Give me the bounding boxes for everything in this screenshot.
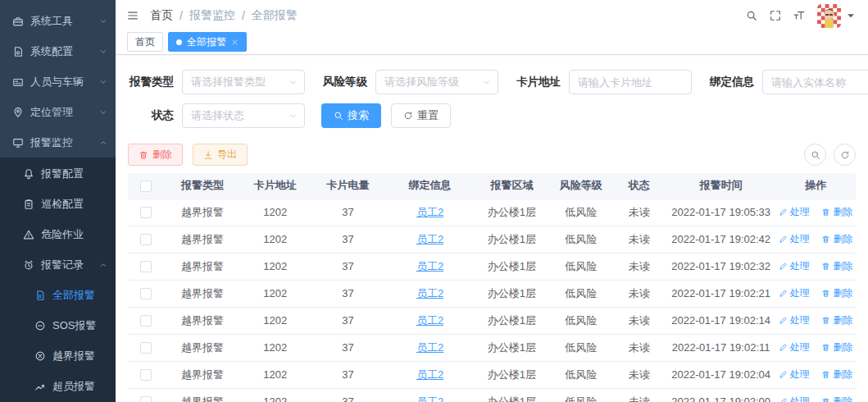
status-cell: 未读	[611, 199, 666, 226]
row-delete-link[interactable]: 删除	[821, 368, 852, 381]
tab-bar: 首页 全部报警	[116, 31, 868, 55]
row-delete-link[interactable]: 删除	[821, 286, 852, 300]
binding-cell: 员工2	[386, 280, 474, 307]
area-cell: 办公楼1层	[474, 388, 550, 402]
table-search-button[interactable]	[804, 144, 826, 166]
edit-icon	[779, 397, 788, 402]
hamburger-icon[interactable]	[127, 10, 139, 21]
battery-cell: 37	[310, 334, 386, 361]
handle-link[interactable]: 处理	[779, 395, 810, 402]
handle-link-label: 处理	[790, 368, 810, 381]
filter-form: 报警类型 请选择报警类型 风险等级 请选择风险等级 卡片地址	[128, 55, 856, 137]
sidebar-item-people-vehicles[interactable]: 人员与车辆	[0, 67, 116, 98]
battery-cell: 37	[310, 388, 386, 402]
binding-link[interactable]: 员工2	[416, 233, 443, 245]
time-cell: 2022-01-17 19:02:11	[666, 334, 775, 361]
search-icon	[811, 150, 820, 160]
sidebar-item-alarm-config[interactable]: 报警配置	[0, 159, 116, 190]
row-checkbox[interactable]	[140, 342, 152, 354]
delete-link-label: 删除	[833, 259, 852, 273]
sidebar-item-all-alarms[interactable]: 全部报警	[0, 281, 116, 311]
search-icon[interactable]	[746, 10, 757, 21]
fullscreen-icon[interactable]	[770, 10, 781, 21]
filter-status: 状态 请选择状态	[128, 103, 305, 128]
col-time: 报警时间	[666, 173, 775, 199]
row-checkbox[interactable]	[140, 315, 152, 327]
select-placeholder: 请选择报警类型	[191, 75, 266, 89]
sidebar-item-location-mgmt[interactable]: 定位管理	[0, 97, 116, 127]
tab-all-alarms[interactable]: 全部报警	[168, 32, 247, 52]
table-row: 越界报警 1202 37 员工2 办公楼1层 低风险 未读 2022-01-17…	[128, 361, 856, 388]
select-all-checkbox[interactable]	[140, 180, 152, 192]
user-menu[interactable]	[817, 4, 857, 28]
row-checkbox[interactable]	[140, 207, 152, 218]
time-cell: 2022-01-17 19:02:21	[666, 280, 775, 307]
sidebar-item-inspection-config[interactable]: 巡检配置	[0, 190, 116, 220]
breadcrumb-home[interactable]: 首页	[150, 8, 173, 23]
edit-icon	[779, 262, 788, 271]
status-cell: 未读	[611, 226, 666, 253]
sidebar-item-boundary-alarms[interactable]: 越界报警	[0, 341, 116, 372]
binding-link[interactable]: 员工2	[416, 368, 443, 381]
export-button[interactable]: 导出	[193, 144, 248, 166]
sidebar-item-danger-work[interactable]: 危险作业	[0, 220, 116, 250]
row-checkbox[interactable]	[140, 396, 152, 402]
tab-label: 全部报警	[187, 35, 226, 49]
row-delete-link[interactable]: 删除	[821, 395, 852, 402]
risk-cell: 低风险	[550, 199, 611, 226]
alarm-type-cell: 越界报警	[164, 334, 240, 361]
operation-cell: 处理 删除	[775, 199, 856, 226]
sidebar-item-alarm-records[interactable]: 报警记录	[0, 250, 116, 281]
alarm-table: 报警类型 卡片地址 卡片电量 绑定信息 报警区域 风险等级 状态 报警时间 操作…	[128, 173, 856, 402]
risk-level-select[interactable]: 请选择风险等级	[375, 70, 498, 94]
operation-cell: 处理 删除	[775, 280, 856, 307]
search-button[interactable]: 搜索	[321, 103, 381, 128]
handle-link[interactable]: 处理	[779, 286, 810, 300]
table-row: 越界报警 1202 37 员工2 办公楼1层 低风险 未读 2022-01-17…	[128, 334, 856, 361]
alarm-type-select[interactable]: 请选择报警类型	[182, 70, 305, 94]
row-checkbox[interactable]	[140, 369, 152, 381]
row-delete-link[interactable]: 删除	[821, 232, 852, 246]
handle-link[interactable]: 处理	[779, 259, 810, 273]
binding-link[interactable]: 员工2	[416, 287, 443, 299]
row-checkbox[interactable]	[140, 288, 152, 299]
binding-info-input[interactable]	[762, 70, 868, 94]
close-icon[interactable]	[231, 39, 239, 46]
sidebar-item-alarm-monitor[interactable]: 报警监控	[0, 127, 116, 158]
handle-link[interactable]: 处理	[779, 368, 810, 381]
handle-link-label: 处理	[790, 340, 810, 354]
risk-cell: 低风险	[550, 253, 611, 280]
status-cell: 未读	[611, 253, 666, 280]
card-address-cell: 1202	[241, 334, 310, 361]
row-delete-link[interactable]: 删除	[821, 259, 852, 273]
table-refresh-button[interactable]	[834, 144, 856, 166]
row-delete-link[interactable]: 删除	[821, 313, 852, 327]
sidebar-item-overstaff-alarms[interactable]: 超员报警	[0, 372, 116, 402]
binding-link[interactable]: 员工2	[416, 206, 443, 218]
handle-link-label: 处理	[790, 205, 810, 219]
binding-link[interactable]: 员工2	[416, 260, 443, 272]
delete-button[interactable]: 删除	[128, 144, 183, 166]
row-delete-link[interactable]: 删除	[821, 340, 852, 354]
row-delete-link[interactable]: 删除	[821, 205, 852, 219]
row-checkbox[interactable]	[140, 261, 152, 272]
font-size-icon[interactable]	[793, 10, 805, 21]
handle-link[interactable]: 处理	[779, 205, 810, 219]
reset-button[interactable]: 重置	[391, 103, 451, 128]
status-select[interactable]: 请选择状态	[182, 103, 305, 128]
card-address-input[interactable]	[569, 70, 692, 94]
sidebar-item-sos-alarms[interactable]: SOS报警	[0, 311, 116, 341]
binding-link[interactable]: 员工2	[416, 341, 443, 354]
tab-home[interactable]: 首页	[127, 32, 163, 52]
handle-link[interactable]: 处理	[779, 313, 810, 327]
handle-link[interactable]: 处理	[779, 232, 810, 246]
handle-link[interactable]: 处理	[779, 340, 810, 354]
sidebar-item-system-tools[interactable]: 系统工具	[0, 7, 116, 37]
handle-link-label: 处理	[790, 313, 810, 327]
binding-link[interactable]: 员工2	[416, 314, 443, 327]
sidebar-item-system-config[interactable]: 系统配置	[0, 37, 116, 67]
binding-link[interactable]: 员工2	[416, 395, 443, 402]
filter-binding-info: 绑定信息	[708, 70, 868, 94]
row-checkbox[interactable]	[140, 234, 152, 245]
handle-link-label: 处理	[790, 286, 810, 300]
